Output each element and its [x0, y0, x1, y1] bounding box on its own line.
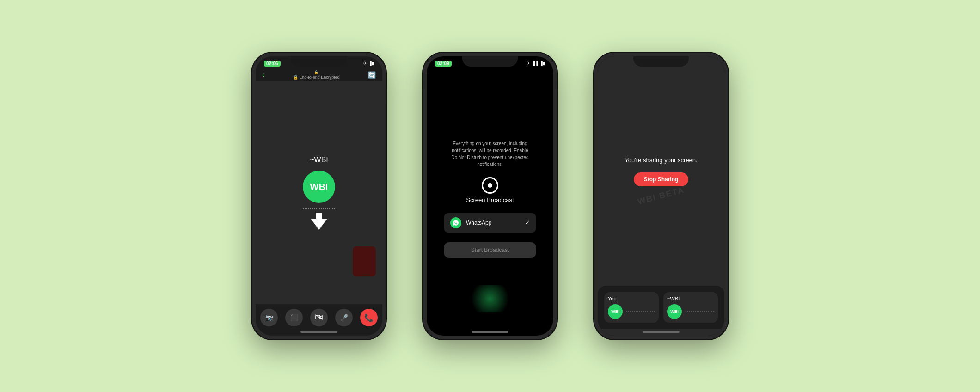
home-indicator-3 — [643, 331, 680, 333]
dotted-line-wbi — [686, 311, 714, 312]
sharing-content: You're sharing your screen. Stop Sharing — [598, 56, 724, 286]
screen-icon: ⬛ — [290, 314, 298, 321]
end-call-icon: 📞 — [364, 313, 374, 322]
self-video-thumbnail — [353, 246, 376, 276]
broadcast-icon — [482, 177, 498, 194]
broadcast-warning: Everything on your screen, including not… — [448, 140, 532, 168]
battery-icon: ▐▮ — [369, 61, 374, 66]
time-1: 02:06 — [264, 61, 281, 67]
sharing-text: You're sharing your screen. — [625, 156, 697, 165]
airplane-icon-2: ✈ — [527, 61, 530, 66]
battery-icon-2: ▐▮ — [540, 61, 545, 66]
mic-icon: 🎤 — [340, 314, 348, 321]
participant-card-you: You WBI — [604, 292, 659, 323]
participant-card-wbi: ~WBI WBI — [663, 292, 718, 323]
back-button[interactable]: ‹ — [262, 71, 264, 79]
notch-2 — [462, 56, 518, 67]
dotted-line-you — [626, 311, 655, 312]
down-arrow-icon — [311, 219, 327, 230]
time-2: 02:09 — [435, 61, 452, 67]
broadcast-icon-group: Screen Broadcast — [466, 177, 514, 203]
caller-name: ~WBI — [310, 156, 328, 164]
video-area: ~WBI WBI — [256, 81, 382, 304]
video-off-icon — [315, 314, 323, 321]
checkmark-icon: ✓ — [525, 220, 530, 226]
call-header: ‹ 🔒 🔒 End-to-end Encrypted 🔄 — [256, 68, 382, 81]
participant-row-wbi: WBI — [667, 304, 714, 319]
notch-3 — [633, 56, 689, 67]
phone-1: 02:06 ✈ ▐▮ ‹ 🔒 🔒 End-to-end Encrypted 🔄 … — [252, 53, 386, 339]
screen-3: WBI BETA You're sharing your screen. Sto… — [598, 56, 724, 336]
camera-button[interactable]: 📷 — [260, 309, 278, 326]
encrypted-label: 🔒 End-to-end Encrypted — [293, 75, 340, 80]
flip-camera-icon[interactable]: 🔄 — [368, 71, 376, 79]
phone-3: WBI BETA You're sharing your screen. Sto… — [594, 53, 728, 339]
screen-1: 02:06 ✈ ▐▮ ‹ 🔒 🔒 End-to-end Encrypted 🔄 … — [256, 56, 382, 336]
home-indicator-1 — [300, 331, 337, 333]
participant-name-wbi: ~WBI — [667, 296, 714, 301]
participant-row-you: WBI — [608, 304, 655, 319]
notch-1 — [291, 56, 347, 67]
status-icons-1: ✈ ▐▮ — [363, 61, 374, 66]
screen-2: 02:09 ✈ ▐▐ ▐▮ Everything on your screen,… — [427, 56, 553, 336]
participant-name-you: You — [608, 296, 655, 301]
avatar-text-wbi: WBI — [670, 309, 679, 314]
call-controls: 📷 ⬛ 🎤 📞 — [256, 304, 382, 329]
broadcast-dot — [488, 183, 492, 188]
status-icons-2: ✈ ▐▐ ▐▮ — [527, 61, 545, 66]
arrow-down-container — [311, 219, 327, 230]
start-broadcast-label: Start Broadcast — [471, 247, 509, 253]
participant-avatar-wbi: WBI — [667, 304, 682, 319]
whatsapp-label: WhatsApp — [466, 220, 521, 226]
caller-avatar: WBI — [303, 171, 335, 203]
glow-orb — [467, 285, 513, 312]
video-off-button[interactable] — [310, 309, 328, 326]
participant-avatar-you: WBI — [608, 304, 623, 319]
header-right: 🔄 — [368, 71, 376, 79]
mute-button[interactable]: 🎤 — [335, 309, 353, 326]
end-call-button[interactable]: 📞 — [360, 309, 378, 326]
broadcast-label: Screen Broadcast — [466, 196, 514, 203]
header-center: 🔒 🔒 End-to-end Encrypted — [293, 70, 340, 80]
whatsapp-option[interactable]: WhatsApp ✓ — [444, 213, 536, 233]
screen-share-button[interactable]: ⬛ — [285, 309, 303, 326]
dotted-separator — [303, 208, 335, 209]
stop-sharing-button[interactable]: Stop Sharing — [634, 172, 689, 186]
header-left: ‹ — [262, 71, 264, 79]
whatsapp-icon — [450, 217, 461, 228]
stop-sharing-label: Stop Sharing — [644, 176, 679, 183]
start-broadcast-button[interactable]: Start Broadcast — [444, 242, 536, 258]
home-indicator-2 — [472, 331, 508, 333]
airplane-icon: ✈ — [363, 61, 367, 66]
avatar-text-you: WBI — [611, 309, 619, 314]
participants-panel: You WBI ~WBI WBI — [598, 286, 724, 329]
signal-icon: ▐▐ — [532, 61, 538, 66]
camera-icon: 📷 — [265, 314, 273, 321]
lock-icon: 🔒 — [314, 70, 318, 74]
phone-2: 02:09 ✈ ▐▐ ▐▮ Everything on your screen,… — [423, 53, 557, 339]
